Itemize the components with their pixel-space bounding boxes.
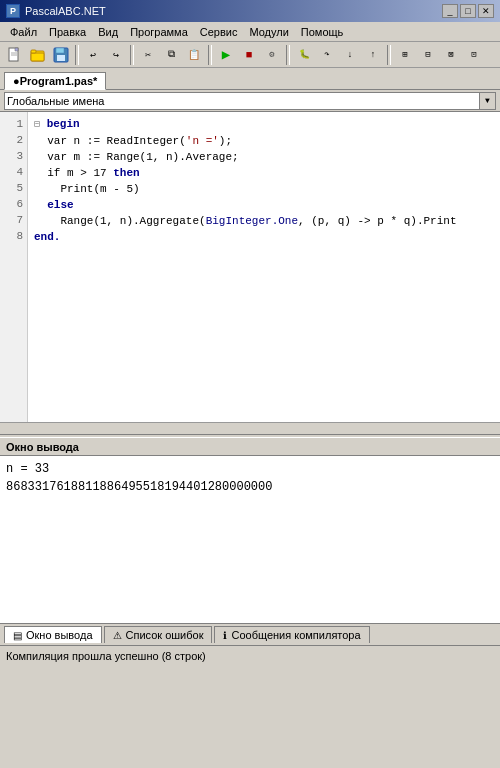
svg-rect-4	[31, 53, 44, 61]
line-number: 7	[4, 212, 23, 228]
menu-item-Файл[interactable]: Файл	[4, 24, 43, 40]
line-number: 3	[4, 148, 23, 164]
open-button[interactable]	[27, 44, 49, 66]
close-button[interactable]: ✕	[478, 4, 494, 18]
separator-4	[286, 45, 290, 65]
line-number: 2	[4, 132, 23, 148]
paste-button[interactable]: 📋	[183, 44, 205, 66]
tab-bar: ●Program1.pas*	[0, 68, 500, 90]
toolbar: ↩ ↪ ✂ ⧉ 📋 ▶ ■ ⚙ 🐛 ↷ ↓ ↑ ⊞ ⊟ ⊠ ⊡	[0, 42, 500, 68]
code-line: var m := Range(1, n).Average;	[34, 149, 494, 165]
code-line: Range(1, n).Aggregate(BigInteger.One, (p…	[34, 213, 494, 229]
dropdown-bar: ▼	[0, 90, 500, 112]
bottom-tab-1[interactable]: ⚠Список ошибок	[104, 626, 213, 643]
bottom-tab-label: Окно вывода	[26, 629, 93, 641]
undo-button[interactable]: ↩	[82, 44, 104, 66]
tab-program[interactable]: ●Program1.pas*	[4, 72, 106, 90]
bottom-tab-icon: ▤	[13, 630, 22, 641]
maximize-button[interactable]: □	[460, 4, 476, 18]
code-line: end.	[34, 229, 494, 245]
bottom-tab-label: Сообщения компилятора	[231, 629, 360, 641]
status-text: Компиляция прошла успешно (8 строк)	[6, 650, 206, 662]
copy-button[interactable]: ⧉	[160, 44, 182, 66]
extra-btn-2[interactable]: ⊟	[417, 44, 439, 66]
scope-dropdown[interactable]	[4, 92, 480, 110]
code-line: var n := ReadInteger('n =');	[34, 133, 494, 149]
step-over-button[interactable]: ↷	[316, 44, 338, 66]
line-number: 4	[4, 164, 23, 180]
new-button[interactable]	[4, 44, 26, 66]
line-number: 5	[4, 180, 23, 196]
debug-button[interactable]: 🐛	[293, 44, 315, 66]
dropdown-arrow-button[interactable]: ▼	[480, 92, 496, 110]
output-line: n = 33	[6, 460, 494, 478]
bottom-tab-icon: ⚠	[113, 630, 122, 641]
svg-rect-8	[57, 55, 65, 61]
save-button[interactable]	[50, 44, 72, 66]
svg-rect-7	[56, 48, 64, 53]
code-line: else	[34, 197, 494, 213]
stop-button[interactable]: ■	[238, 44, 260, 66]
code-line: Print(m - 5)	[34, 181, 494, 197]
run-button[interactable]: ▶	[215, 44, 237, 66]
window-controls: _ □ ✕	[442, 4, 494, 18]
bottom-tabs: ▤Окно вывода⚠Список ошибокℹСообщения ком…	[0, 623, 500, 645]
code-line: ⊟ begin	[34, 116, 494, 133]
output-line: 8683317618811886495518194401280000000	[6, 478, 494, 496]
separator-2	[130, 45, 134, 65]
step-into-button[interactable]: ↓	[339, 44, 361, 66]
line-number: 8	[4, 228, 23, 244]
menu-item-Вид[interactable]: Вид	[92, 24, 124, 40]
h-scrollbar[interactable]	[0, 422, 500, 434]
output-content[interactable]: n = 338683317618811886495518194401280000…	[0, 456, 500, 623]
editor-area: 12345678 ⊟ begin var n := ReadInteger('n…	[0, 112, 500, 422]
bottom-tab-label: Список ошибок	[126, 629, 204, 641]
menu-item-Программа[interactable]: Программа	[124, 24, 194, 40]
menu-item-Модули[interactable]: Модули	[243, 24, 294, 40]
step-out-button[interactable]: ↑	[362, 44, 384, 66]
code-editor[interactable]: ⊟ begin var n := ReadInteger('n ='); var…	[28, 112, 500, 422]
line-number: 1	[4, 116, 23, 132]
app-icon: P	[6, 4, 20, 18]
separator-1	[75, 45, 79, 65]
output-header: Окно вывода	[0, 438, 500, 456]
svg-rect-5	[31, 50, 36, 53]
build-button[interactable]: ⚙	[261, 44, 283, 66]
title-bar: P PascalABC.NET _ □ ✕	[0, 0, 500, 22]
code-line: if m > 17 then	[34, 165, 494, 181]
cut-button[interactable]: ✂	[137, 44, 159, 66]
line-number: 6	[4, 196, 23, 212]
output-header-label: Окно вывода	[6, 441, 79, 453]
menu-bar: ФайлПравкаВидПрограммаСервисМодулиПомощь	[0, 22, 500, 42]
status-bar: Компиляция прошла успешно (8 строк)	[0, 645, 500, 665]
line-numbers: 12345678	[0, 112, 28, 422]
extra-btn-3[interactable]: ⊠	[440, 44, 462, 66]
minimize-button[interactable]: _	[442, 4, 458, 18]
app-title: PascalABC.NET	[25, 5, 442, 17]
separator-5	[387, 45, 391, 65]
bottom-tab-icon: ℹ	[223, 630, 227, 641]
extra-btn-1[interactable]: ⊞	[394, 44, 416, 66]
extra-btn-4[interactable]: ⊡	[463, 44, 485, 66]
menu-item-Помощь[interactable]: Помощь	[295, 24, 350, 40]
menu-item-Сервис[interactable]: Сервис	[194, 24, 244, 40]
menu-item-Правка[interactable]: Правка	[43, 24, 92, 40]
bottom-tab-2[interactable]: ℹСообщения компилятора	[214, 626, 369, 643]
bottom-tab-0[interactable]: ▤Окно вывода	[4, 626, 102, 643]
separator-3	[208, 45, 212, 65]
output-panel: Окно вывода n = 338683317618811886495518…	[0, 438, 500, 623]
redo-button[interactable]: ↪	[105, 44, 127, 66]
